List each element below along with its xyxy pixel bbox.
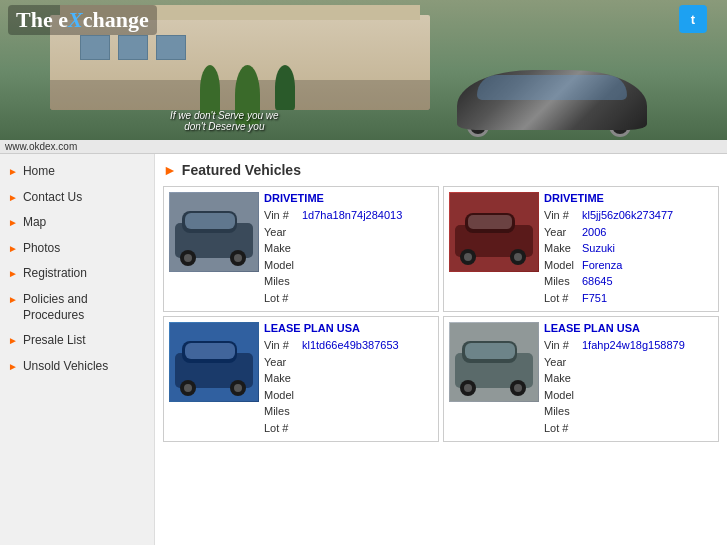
vehicle-make-row-1: Make (264, 240, 433, 257)
sidebar-item-registration[interactable]: ► Registration (0, 261, 154, 287)
vehicle-image-3 (170, 323, 258, 401)
make-label-2: Make (544, 240, 579, 257)
vehicle-miles-row-4: Miles (544, 403, 713, 420)
vehicle-thumb-3[interactable] (169, 322, 259, 402)
svg-point-29 (464, 384, 472, 392)
vin-label-4: Vin # (544, 337, 579, 354)
lot-label-2: Lot # (544, 290, 579, 307)
svg-point-21 (184, 384, 192, 392)
vehicle-year-row-1: Year (264, 224, 433, 241)
vin-value-3[interactable]: kl1td66e49b387653 (302, 337, 399, 354)
vehicle-year-row-2: Year 2006 (544, 224, 713, 241)
sidebar-item-presale[interactable]: ► Presale List (0, 328, 154, 354)
vehicle-dealer-4[interactable]: LEASE PLAN USA (544, 322, 713, 334)
year-label-2: Year (544, 224, 579, 241)
arrow-icon: ► (8, 268, 18, 279)
vehicle-miles-row-2: Miles 68645 (544, 273, 713, 290)
featured-car (457, 60, 647, 135)
model-label-4: Model (544, 387, 579, 404)
vehicle-dealer-2[interactable]: DRIVETIME (544, 192, 713, 204)
vehicle-info-4: LEASE PLAN USA Vin # 1fahp24w18g158879 Y… (544, 322, 713, 436)
make-label-1: Make (264, 240, 299, 257)
miles-label-1: Miles (264, 273, 299, 290)
vehicle-image-4 (450, 323, 538, 401)
vehicle-model-row-2: Model Forenza (544, 257, 713, 274)
site-logo: The eXchange (8, 5, 157, 35)
vehicle-make-row-3: Make (264, 370, 433, 387)
vehicle-make-row-2: Make Suzuki (544, 240, 713, 257)
miles-label-2: Miles (544, 273, 579, 290)
arrow-icon: ► (8, 335, 18, 346)
svg-point-15 (514, 253, 522, 261)
vehicle-dealer-1[interactable]: DRIVETIME (264, 192, 433, 204)
sidebar-item-map[interactable]: ► Map (0, 210, 154, 236)
sidebar-item-unsold[interactable]: ► Unsold Vehicles (0, 354, 154, 380)
featured-arrow-icon: ► (163, 162, 177, 178)
sidebar-item-photos[interactable]: ► Photos (0, 236, 154, 262)
arrow-icon: ► (8, 217, 18, 228)
vin-value-2[interactable]: kl5jj56z06k273477 (582, 207, 673, 224)
vehicle-card-4: LEASE PLAN USA Vin # 1fahp24w18g158879 Y… (443, 316, 719, 442)
vehicle-card-1: DRIVETIME Vin # 1d7ha18n74j284013 Year M… (163, 186, 439, 312)
vehicle-thumb-4[interactable] (449, 322, 539, 402)
featured-header: ► Featured Vehicles (163, 162, 719, 178)
model-label-2: Model (544, 257, 579, 274)
year-label-3: Year (264, 354, 299, 371)
svg-point-5 (184, 254, 192, 262)
vehicle-card-2: DRIVETIME Vin # kl5jj56z06k273477 Year 2… (443, 186, 719, 312)
vehicle-vin-row-3: Vin # kl1td66e49b387653 (264, 337, 433, 354)
svg-rect-19 (185, 343, 235, 359)
svg-point-7 (234, 254, 242, 262)
lot-label-3: Lot # (264, 420, 299, 437)
vehicle-lot-row-1: Lot # (264, 290, 433, 307)
vehicle-vin-row-1: Vin # 1d7ha18n74j284013 (264, 207, 433, 224)
vehicle-image-2 (450, 193, 538, 271)
arrow-icon: ► (8, 294, 18, 305)
vehicle-miles-row-3: Miles (264, 403, 433, 420)
vehicle-thumb-1[interactable] (169, 192, 259, 272)
svg-rect-3 (185, 213, 235, 229)
lot-label-4: Lot # (544, 420, 579, 437)
sidebar-item-home[interactable]: ► Home (0, 159, 154, 185)
sidebar-item-contact[interactable]: ► Contact Us (0, 185, 154, 211)
vehicle-year-row-3: Year (264, 354, 433, 371)
model-label-1: Model (264, 257, 299, 274)
vehicle-thumb-2[interactable] (449, 192, 539, 272)
vehicle-vin-row-2: Vin # kl5jj56z06k273477 (544, 207, 713, 224)
year-label-4: Year (544, 354, 579, 371)
model-value-2: Forenza (582, 257, 622, 274)
svg-point-31 (514, 384, 522, 392)
vehicle-info-2: DRIVETIME Vin # kl5jj56z06k273477 Year 2… (544, 192, 713, 306)
vehicle-model-row-3: Model (264, 387, 433, 404)
vin-value-1[interactable]: 1d7ha18n74j284013 (302, 207, 402, 224)
vehicle-card-3: LEASE PLAN USA Vin # kl1td66e49b387653 Y… (163, 316, 439, 442)
sidebar: ► Home ► Contact Us ► Map ► Photos ► Reg… (0, 154, 155, 545)
vehicle-lot-row-4: Lot # (544, 420, 713, 437)
year-label-1: Year (264, 224, 299, 241)
vin-value-4[interactable]: 1fahp24w18g158879 (582, 337, 685, 354)
lot-label-1: Lot # (264, 290, 299, 307)
content-area: ► Featured Vehicles (155, 154, 727, 545)
vin-label-3: Vin # (264, 337, 299, 354)
featured-title: Featured Vehicles (182, 162, 301, 178)
vehicle-lot-row-3: Lot # (264, 420, 433, 437)
twitter-icon[interactable]: t (679, 5, 707, 33)
vehicle-year-row-4: Year (544, 354, 713, 371)
make-label-4: Make (544, 370, 579, 387)
vehicle-miles-row-1: Miles (264, 273, 433, 290)
sidebar-item-policies[interactable]: ► Policies and Procedures (0, 287, 154, 328)
svg-point-13 (464, 253, 472, 261)
arrow-icon: ► (8, 192, 18, 203)
vehicle-info-3: LEASE PLAN USA Vin # kl1td66e49b387653 Y… (264, 322, 433, 436)
vin-label-1: Vin # (264, 207, 299, 224)
lot-value-2: F751 (582, 290, 607, 307)
vehicle-dealer-3[interactable]: LEASE PLAN USA (264, 322, 433, 334)
make-value-2: Suzuki (582, 240, 615, 257)
make-label-3: Make (264, 370, 299, 387)
vehicle-model-row-1: Model (264, 257, 433, 274)
arrow-icon: ► (8, 243, 18, 254)
vehicle-image-1 (170, 193, 258, 271)
header: The eXchange t If we don't Serve you we … (0, 0, 727, 140)
arrow-icon: ► (8, 166, 18, 177)
miles-value-2: 68645 (582, 273, 613, 290)
